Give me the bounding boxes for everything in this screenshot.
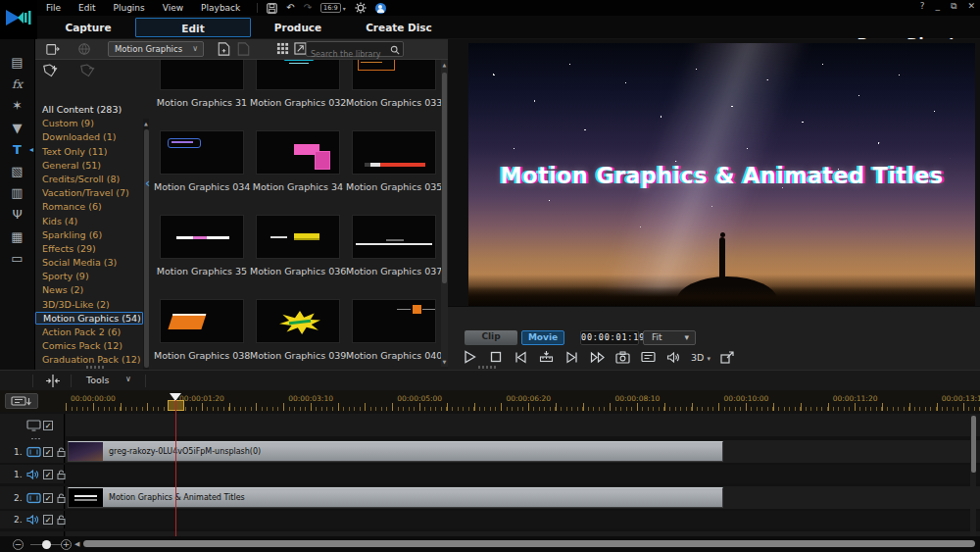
library-item[interactable]: Motion Graphics 033 (346, 60, 442, 130)
menu-edit[interactable]: Edit (70, 3, 104, 13)
scroll-up-icon[interactable]: ▲ (143, 120, 149, 127)
menu-plugins[interactable]: Plugins (105, 3, 154, 13)
category-all-content[interactable]: All Content (283) (35, 103, 143, 117)
tab-produce[interactable]: Produce (251, 18, 345, 37)
category-custom[interactable]: Custom (9) (35, 117, 143, 130)
pip-objects-room-icon[interactable]: ✶ (0, 96, 34, 118)
category-news[interactable]: News (2) (35, 283, 143, 297)
clip-mode-button[interactable]: Clip (465, 330, 517, 345)
category-vacation-travel[interactable]: Vacation/Travel (7) (35, 186, 143, 200)
voiceover-room-icon[interactable]: Ψ (0, 205, 34, 226)
scrollbar-thumb[interactable] (442, 73, 447, 283)
timeline-clip-video[interactable]: greg-rakozy-0LU4vO5iFpM-unsplash(0) (68, 441, 723, 462)
library-item[interactable]: Motion Graphics 034 (154, 130, 250, 215)
scrollbar-thumb[interactable] (144, 129, 149, 368)
category-text-only[interactable]: Text Only (11) (35, 145, 143, 159)
save-icon[interactable] (267, 3, 277, 14)
aspect-ratio-dropdown[interactable]: 16:9 ▾ (320, 3, 346, 13)
next-frame-button[interactable] (564, 349, 580, 365)
timeline-ruler[interactable]: 00:00:00:0000:00:01:2000:00:03:1000:00:0… (0, 390, 980, 412)
volume-button[interactable] (665, 349, 682, 365)
scroll-up-icon[interactable]: ▲ (441, 61, 448, 69)
library-item-thumbnail[interactable] (160, 215, 244, 259)
library-item[interactable]: Motion Graphics 040 (346, 299, 442, 370)
menu-playback[interactable]: Playback (192, 3, 249, 13)
undo-icon[interactable]: ↶ (286, 3, 294, 13)
menu-file[interactable]: File (37, 3, 70, 13)
library-item[interactable]: Motion Graphics 038 (154, 299, 250, 370)
zoom-in-button[interactable]: + (61, 539, 72, 550)
particle-room-icon[interactable]: ▼ (0, 119, 34, 140)
category-romance[interactable]: Romance (6) (35, 200, 143, 214)
audio-track-2-lane[interactable] (66, 511, 980, 528)
track-lock-icon[interactable] (57, 469, 66, 479)
timeline-clip-title[interactable]: Motion Graphics & Animated Titles (68, 487, 723, 508)
split-clip-icon[interactable] (45, 374, 61, 388)
movie-mode-button[interactable]: Movie (521, 330, 564, 345)
remove-tag-icon[interactable] (80, 63, 96, 77)
add-tag-icon[interactable] (43, 63, 59, 77)
zoom-fit-dropdown[interactable]: Fit (643, 330, 696, 345)
library-item-thumbnail[interactable] (160, 130, 244, 175)
track-enable-checkbox[interactable]: ✓ (43, 470, 53, 479)
display-track-lane[interactable] (66, 414, 980, 436)
category-downloaded[interactable]: Downloaded (1) (35, 130, 143, 144)
library-item-thumbnail[interactable] (256, 60, 340, 90)
previous-frame-button[interactable] (513, 349, 529, 365)
category-scrollbar[interactable]: ▲ ▼ (143, 119, 149, 381)
library-item[interactable]: Motion Graphics 032 (250, 60, 346, 130)
library-item[interactable]: Motion Graphics 037 (346, 215, 442, 299)
track-enable-checkbox[interactable]: ✓ (43, 493, 53, 503)
zoom-slider-handle[interactable] (42, 540, 51, 549)
track-lock-icon[interactable] (57, 515, 66, 526)
library-item-thumbnail[interactable] (160, 60, 244, 90)
snapshot-button[interactable] (614, 349, 631, 365)
track-enable-checkbox[interactable]: ✓ (43, 515, 53, 525)
library-item[interactable]: Motion Graphics 036 (250, 215, 346, 299)
library-item[interactable]: Motion Graphics 31 (154, 60, 250, 130)
transition-room-icon[interactable]: ▧ (0, 162, 34, 183)
library-category-dropdown[interactable]: Motion Graphics ∨ (108, 41, 204, 57)
category-social-media[interactable]: Social Media (3) (35, 256, 143, 270)
timecode-display[interactable]: 00:00:01:19 (580, 330, 639, 345)
stop-button[interactable] (487, 349, 504, 365)
category-sparkling[interactable]: Sparkling (6) (35, 228, 143, 242)
track-manager-button[interactable] (5, 393, 38, 409)
grid-view-icon[interactable] (276, 42, 289, 55)
display-monitor-icon[interactable] (26, 420, 41, 431)
library-search[interactable] (306, 41, 404, 57)
playhead-line[interactable] (175, 400, 177, 542)
duplicate-title-icon[interactable] (237, 42, 250, 56)
category-action-pack-2[interactable]: Action Pack 2 (6) (35, 326, 143, 339)
minimize-window-icon[interactable]: _ (936, 1, 941, 12)
library-item[interactable]: Motion Graphics 035 (346, 130, 442, 215)
track-lock-icon[interactable] (57, 446, 66, 457)
display-track-checkbox[interactable]: ✓ (43, 421, 53, 430)
track-lock-icon[interactable] (57, 492, 66, 503)
category-general[interactable]: General (51) (35, 159, 143, 173)
tools-dropdown[interactable]: Tools (86, 375, 109, 385)
redo-icon[interactable]: ↷ (304, 3, 312, 13)
library-item[interactable]: Motion Graphics 35 (154, 215, 250, 299)
scroll-left-icon[interactable]: ◀ (74, 540, 79, 548)
fast-forward-button[interactable] (589, 349, 606, 365)
zoom-out-button[interactable]: − (13, 539, 24, 550)
library-scrollbar[interactable]: ▲ ▼ (441, 60, 448, 367)
help-window-icon[interactable]: ? (920, 1, 925, 12)
restore-window-icon[interactable]: ⧉ (951, 1, 956, 12)
library-item-thumbnail[interactable] (256, 130, 340, 175)
tab-edit[interactable]: Edit (135, 18, 251, 37)
scroll-down-icon[interactable]: ▼ (441, 358, 448, 366)
timeline-horizontal-scrollbar[interactable] (83, 540, 975, 547)
preview-quality-button[interactable] (640, 349, 657, 365)
collapse-categories-icon[interactable]: ‹ (145, 176, 150, 190)
category-kids[interactable]: Kids (4) (35, 215, 143, 228)
media-room-icon[interactable]: ▤ (0, 53, 34, 75)
panel-resize-grip[interactable] (478, 366, 498, 369)
tab-capture[interactable]: Capture (41, 18, 135, 37)
library-item-thumbnail[interactable] (352, 60, 436, 90)
category-motion-graphics[interactable]: Motion Graphics (54) (35, 312, 143, 325)
timeline-vertical-scrollbar[interactable] (970, 414, 976, 537)
menu-view[interactable]: View (154, 3, 192, 13)
library-item-thumbnail[interactable] (160, 299, 244, 343)
